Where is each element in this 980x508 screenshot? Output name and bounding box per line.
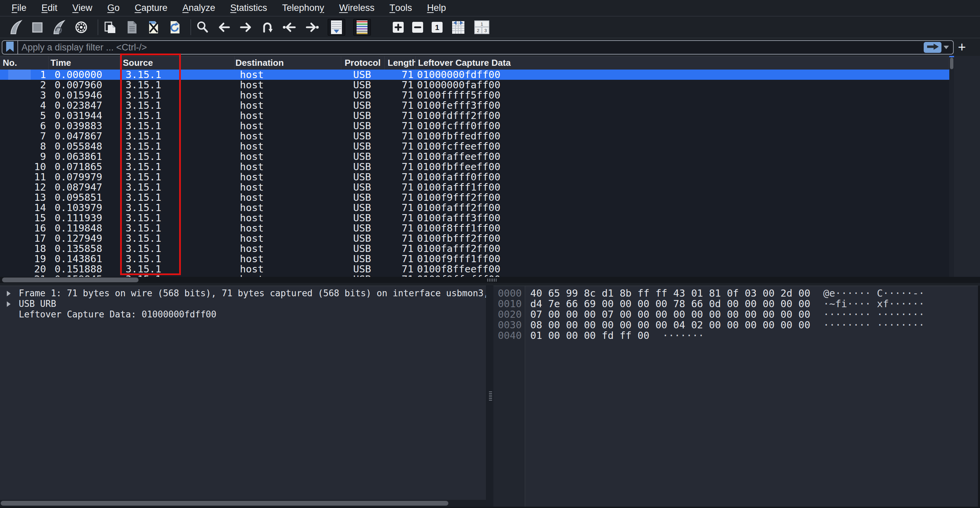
packet-row-14[interactable]: 140.1039793.15.1hostUSB710100fafff2ff00 <box>0 203 949 213</box>
menu-edit[interactable]: Edit <box>34 0 65 16</box>
arrow-right-icon <box>239 19 253 35</box>
close-file-button[interactable] <box>147 19 161 36</box>
column-header-length[interactable]: Length <box>385 56 415 70</box>
hex-row-0020[interactable]: 002007 00 00 00 07 00 00 00 00 00 00 00 … <box>493 309 978 320</box>
menu-wireless[interactable]: Wireless <box>332 0 382 16</box>
vscrollbar-thumb[interactable] <box>950 58 953 69</box>
cell-time: 0.015946 <box>49 90 120 100</box>
cell-left: 0100f8ffeeff00 <box>415 264 949 274</box>
detail-line-2[interactable]: USB URB <box>0 298 486 309</box>
save-doc-icon <box>125 19 139 35</box>
filter-history-caret[interactable] <box>943 46 949 49</box>
packet-row-16[interactable]: 160.1198483.15.1hostUSB710100f8fff1ff00 <box>0 223 949 233</box>
menu-view[interactable]: View <box>65 0 100 16</box>
auto-scroll-button[interactable] <box>328 19 345 36</box>
packet-row-2[interactable]: 20.0079603.15.1hostUSB7101000000faff00 <box>0 80 949 90</box>
packet-row-1[interactable]: 10.0000003.15.1hostUSB7101000000fdff00 <box>0 70 949 80</box>
find-packet-button[interactable] <box>196 19 210 36</box>
zoom-100-button[interactable]: 1 <box>431 19 443 36</box>
cell-pro: USB <box>341 162 385 172</box>
hscrollbar-thumb[interactable] <box>2 278 138 282</box>
cell-pro: USB <box>341 192 385 203</box>
column-header-no[interactable]: No. <box>0 56 49 70</box>
zoom-in-button[interactable] <box>392 19 404 36</box>
hex-row-0000[interactable]: 000040 65 99 8c d1 8b ff ff 43 01 81 0f … <box>493 288 978 298</box>
column-header-destination[interactable]: Destination <box>235 56 341 70</box>
menu-statistics[interactable]: Statistics <box>223 0 275 16</box>
packet-row-13[interactable]: 130.0958513.15.1hostUSB710100f9fff2ff00 <box>0 192 949 203</box>
expander-icon[interactable] <box>7 291 11 296</box>
bookmark-icon <box>5 41 15 54</box>
save-file-button[interactable] <box>125 19 139 36</box>
cell-left: 0100fbffedff00 <box>415 131 949 141</box>
menu-go[interactable]: Go <box>100 0 127 16</box>
go-first-packet-button[interactable] <box>282 19 297 36</box>
packet-row-15[interactable]: 150.1119393.15.1hostUSB710100fafff3ff00 <box>0 213 949 223</box>
vertical-splitter-handle[interactable] <box>489 391 492 401</box>
horizontal-splitter-handle[interactable] <box>487 278 498 282</box>
go-forward-button[interactable] <box>239 19 253 36</box>
hex-row-0040[interactable]: 004001 00 00 00 fd ff 00······· <box>493 330 978 341</box>
cell-pro: USB <box>341 243 385 254</box>
packet-list-vscrollbar[interactable] <box>949 56 954 277</box>
detail-line-3[interactable]: Leftover Capture Data: 01000000fdff00 <box>0 309 486 320</box>
packet-row-21[interactable]: 210.1598453.15.1hostUSB710100f9ffefff00 <box>0 274 949 277</box>
filter-add-button[interactable]: + <box>956 43 968 53</box>
zoom-out-button[interactable] <box>412 19 423 36</box>
column-header-leftover-capture-data[interactable]: Leftover Capture Data <box>415 56 949 70</box>
packet-row-18[interactable]: 180.1358583.15.1hostUSB710100fafff2ff00 <box>0 243 949 254</box>
menu-telephony[interactable]: Telephony <box>275 0 332 16</box>
layout-panes-button[interactable]: 123 <box>474 19 490 36</box>
packet-row-7[interactable]: 70.0478673.15.1hostUSB710100fbffedff00 <box>0 131 949 141</box>
display-filter-input[interactable]: Apply a display filter ... <Ctrl-/> <box>2 40 954 54</box>
packet-row-11[interactable]: 110.0799793.15.1hostUSB710100fafff0ff00 <box>0 172 949 182</box>
restart-fin-icon <box>52 19 65 35</box>
packet-row-12[interactable]: 120.0879473.15.1hostUSB710100fafff1ff00 <box>0 182 949 192</box>
menu-file[interactable]: File <box>4 0 34 16</box>
packet-row-8[interactable]: 80.0558483.15.1hostUSB710100fcffeeff00 <box>0 141 949 151</box>
details-hscrollbar[interactable] <box>0 500 486 506</box>
details-bytes-splitter[interactable] <box>486 286 493 508</box>
go-to-packet-button[interactable] <box>260 19 274 36</box>
menu-tools[interactable]: Tools <box>382 0 419 16</box>
packet-row-5[interactable]: 50.0319443.15.1hostUSB710100fdfff2ff00 <box>0 111 949 121</box>
details-hscrollbar-thumb[interactable] <box>1 501 449 506</box>
packet-row-6[interactable]: 60.0398833.15.1hostUSB710100fcfff0ff00 <box>0 121 949 131</box>
cell-src: 3.15.1 <box>120 223 235 233</box>
detail-line-1[interactable]: Frame 1: 71 bytes on wire (568 bits), 71… <box>0 288 486 298</box>
go-last-packet-button[interactable] <box>305 19 320 36</box>
cell-len: 71 <box>385 70 415 80</box>
hex-row-0030[interactable]: 003008 00 00 00 00 00 00 00 04 02 00 00 … <box>493 320 978 330</box>
open-file-button[interactable] <box>103 19 118 36</box>
resize-columns-button[interactable] <box>451 19 466 36</box>
packet-row-19[interactable]: 190.1438613.15.1hostUSB710100f9fff1ff00 <box>0 254 949 264</box>
column-header-source[interactable]: Source <box>120 56 235 70</box>
packet-row-4[interactable]: 40.0238473.15.1hostUSB710100fefff3ff00 <box>0 100 949 111</box>
stop-capture-button[interactable] <box>30 19 44 36</box>
packet-row-20[interactable]: 200.1518883.15.1hostUSB710100f8ffeeff00 <box>0 264 949 274</box>
packet-row-10[interactable]: 100.0718653.15.1hostUSB710100fbffeeff00 <box>0 162 949 172</box>
expander-icon[interactable] <box>7 302 11 307</box>
menu-help[interactable]: Help <box>419 0 453 16</box>
cell-len: 71 <box>385 233 415 243</box>
capture-options-button[interactable] <box>73 19 89 36</box>
filter-bookmark-button[interactable] <box>2 41 18 54</box>
colorize-packets-button[interactable] <box>353 19 371 36</box>
hex-row-0010[interactable]: 0010d4 7e 66 69 00 00 00 00 78 66 0d 00 … <box>493 298 978 309</box>
restart-capture-button[interactable] <box>52 19 65 36</box>
packet-row-3[interactable]: 30.0159463.15.1hostUSB710100fffff5ff00 <box>0 90 949 100</box>
go-back-button[interactable] <box>217 19 231 36</box>
packet-row-9[interactable]: 90.0638613.15.1hostUSB710100faffeeff00 <box>0 151 949 162</box>
packet-row-17[interactable]: 170.1279493.15.1hostUSB710100fbfff2ff00 <box>0 233 949 243</box>
menu-analyze[interactable]: Analyze <box>175 0 223 16</box>
cell-dst: host <box>235 274 341 277</box>
menu-capture[interactable]: Capture <box>127 0 175 16</box>
filter-apply-button[interactable] <box>924 42 942 53</box>
reload-file-button[interactable] <box>168 19 182 36</box>
start-capture-button[interactable] <box>9 19 22 36</box>
colorize-icon <box>354 19 370 35</box>
toolbar-separator <box>98 19 98 35</box>
column-header-time[interactable]: Time <box>49 56 120 70</box>
cell-no: 20 <box>0 264 49 274</box>
column-header-protocol[interactable]: Protocol <box>341 56 385 70</box>
